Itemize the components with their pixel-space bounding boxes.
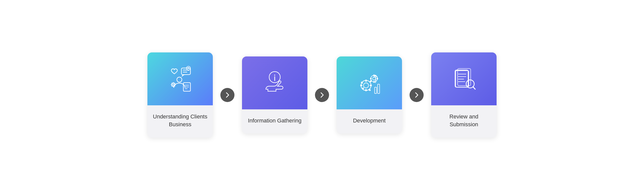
svg-rect-36 bbox=[373, 81, 375, 83]
arrow-1 bbox=[220, 88, 234, 102]
card-body-understanding: Understanding Clients Business bbox=[147, 105, 213, 138]
card-body-development: Development bbox=[337, 109, 402, 134]
svg-point-4 bbox=[177, 77, 182, 82]
information-icon bbox=[261, 69, 289, 97]
svg-point-34 bbox=[373, 77, 376, 80]
svg-rect-27 bbox=[360, 85, 362, 86]
svg-rect-26 bbox=[365, 89, 367, 91]
card-header-review-submission bbox=[431, 52, 497, 105]
svg-point-24 bbox=[364, 83, 369, 88]
card-label-understanding: Understanding Clients Business bbox=[152, 113, 208, 129]
svg-rect-28 bbox=[370, 85, 372, 86]
step-card-review-submission: Review and Submission bbox=[431, 52, 497, 138]
arrow-2 bbox=[315, 88, 329, 102]
svg-rect-0 bbox=[181, 68, 190, 75]
chevron-right-icon-3 bbox=[413, 92, 420, 98]
card-body-review-submission: Review and Submission bbox=[431, 105, 497, 138]
arrow-3 bbox=[410, 88, 424, 102]
card-body-information-gathering: Information Gathering bbox=[242, 109, 307, 134]
svg-line-13 bbox=[175, 83, 175, 83]
svg-rect-25 bbox=[365, 80, 367, 82]
chevron-right-icon-1 bbox=[224, 92, 231, 98]
step-card-information-gathering: Information Gathering bbox=[242, 56, 307, 134]
svg-rect-38 bbox=[377, 78, 378, 79]
card-label-review-submission: Review and Submission bbox=[436, 113, 492, 129]
svg-rect-40 bbox=[378, 84, 380, 93]
svg-rect-30 bbox=[369, 89, 371, 91]
card-header-information-gathering bbox=[242, 56, 307, 109]
review-icon bbox=[450, 65, 478, 93]
svg-point-5 bbox=[172, 83, 175, 86]
development-icon bbox=[355, 69, 383, 97]
svg-line-14 bbox=[172, 86, 172, 86]
step-card-understanding: Understanding Clients Business bbox=[147, 52, 213, 138]
card-label-development: Development bbox=[342, 117, 397, 125]
chevron-right-icon-2 bbox=[319, 92, 325, 98]
svg-point-21 bbox=[274, 75, 275, 76]
svg-rect-39 bbox=[375, 87, 377, 93]
svg-line-11 bbox=[172, 83, 172, 83]
understanding-icon bbox=[166, 65, 194, 93]
card-label-information-gathering: Information Gathering bbox=[247, 117, 302, 125]
svg-line-50 bbox=[473, 87, 475, 89]
svg-rect-32 bbox=[362, 87, 364, 90]
card-header-development bbox=[337, 56, 402, 109]
svg-point-6 bbox=[173, 84, 174, 85]
svg-line-12 bbox=[175, 86, 175, 86]
process-flow: Understanding Clients Business Informati… bbox=[147, 52, 497, 138]
svg-rect-37 bbox=[370, 78, 372, 79]
card-header-understanding bbox=[147, 52, 213, 105]
step-card-development: Development bbox=[337, 56, 402, 134]
